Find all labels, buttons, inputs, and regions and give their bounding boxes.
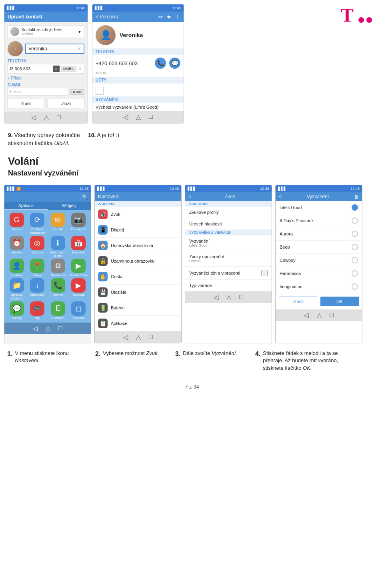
recent-nav-icon[interactable]: □ [57,114,61,121]
app-icon-item[interactable]: G Google [7,213,27,235]
app-icon-item[interactable]: ⟳ Centrum aktualizací [28,213,48,235]
recent-nav-app[interactable]: □ [58,325,62,332]
settings-item[interactable]: ✋ Gesta [95,269,181,285]
clear-name-icon[interactable]: ✕ [77,46,81,52]
app-icon-item[interactable]: ◎ Chrome [28,236,48,258]
recent-nav-zvuk[interactable]: □ [239,293,243,301]
more-icon[interactable]: ⋮ [175,14,180,20]
app-icon-item[interactable]: 📷 Fotoaparát [69,213,89,235]
app-icon-item[interactable]: ⚙ Nastavení [48,259,68,277]
app-icon-item[interactable]: 👤 Kontakty [7,259,27,277]
star-icon[interactable]: ★ [166,14,172,20]
home-nav-app[interactable]: △ [46,325,50,332]
nav-bar-vyz: ◁ △ □ [276,309,362,321]
vyz-ringtone-item[interactable]: Cowboy [276,254,362,267]
search-icon[interactable]: 🔍 [82,194,88,200]
nav-bar-settings: ◁ △ □ [95,331,181,343]
back-nav-icon[interactable]: ◁ [31,114,36,121]
message-icon[interactable]: 💬 [169,58,180,69]
zvuk-hlasitost-item[interactable]: Úroveň hlasitosti [185,218,272,230]
ucty-section: ÚČTY [92,77,184,84]
recent-nav-vyz[interactable]: □ [330,311,334,319]
app-icon-item[interactable]: 📍 Mapy [28,259,48,277]
settings-item[interactable]: 📱 Displej [95,222,181,238]
tab-widgety[interactable]: Widgety [48,202,91,210]
vyz-ringtone-item[interactable]: Harmonica [276,267,362,280]
recent-nav-settings[interactable]: □ [149,333,153,341]
back-nav-settings[interactable]: ◁ [123,333,128,341]
vyz-ringtone-item[interactable]: Imagination [276,280,362,293]
radio-circle[interactable] [352,244,358,250]
vyz-ringtone-item[interactable]: A Day's Pleasure [276,214,362,227]
zvuk-back[interactable]: < [188,194,191,199]
back-nav-vyz[interactable]: ◁ [304,311,309,319]
back-nav-zvuk[interactable]: ◁ [214,293,218,301]
vyz-ringtone-item[interactable]: Beep [276,241,362,254]
home-nav-vyz[interactable]: △ [317,311,322,319]
vyz-delete-icon[interactable]: 🗑 [354,194,359,199]
email-input[interactable]: E-mail [8,88,68,96]
vyz-back[interactable]: < [279,194,282,199]
remove-phone-icon[interactable]: ✕ [78,66,82,72]
settings-item-label: Domovská obrazovka [111,243,153,248]
ton-vibrace-item[interactable]: Vyzváněcí tón s vibracemi [185,267,272,280]
name-input-box[interactable]: Veronika ✕ [25,44,84,54]
radio-circle[interactable] [352,217,358,224]
phone-action-icons: 📞 💬 [155,58,180,69]
settings-item[interactable]: 💾 Úložiště [95,285,181,300]
app-icon-item[interactable]: ⏰ Hodiny [7,236,27,258]
home-nav-settings[interactable]: △ [136,333,141,341]
typ-vibrace-item[interactable]: Typ vibrace [185,280,272,291]
vyz-ringtone-item[interactable]: Aurora [276,227,362,241]
settings-zarizeni-label: ZAŘÍZENÍ [95,201,181,207]
telefon-section: TELEFON [92,48,184,55]
radio-circle[interactable] [352,204,358,211]
app-icon-item[interactable]: 📅 Kalendář [69,236,89,258]
app-icon-item[interactable]: 💬 Zprávy [7,301,27,320]
back-nav-icon-2[interactable]: ◁ [123,113,128,121]
edit-icon[interactable]: ✏ [158,14,163,20]
settings-item[interactable]: 🔊 Zvuk [95,207,181,222]
radio-circle[interactable] [352,257,358,263]
app-icon-item[interactable]: 📁 Správce souborů [7,278,27,301]
home-nav-zvuk[interactable]: △ [226,293,231,301]
app-icon-item[interactable]: ↓ Stahování [28,278,48,301]
app-icon-item[interactable]: ▶ Obchod Play [69,259,89,277]
ton-vibrace-checkbox[interactable] [261,270,268,276]
vyz-ringtone-item[interactable]: Life's Good [276,201,362,214]
back-btn[interactable]: < Veronika [96,14,118,20]
app-icon-item[interactable]: ✉ E-mail [48,213,68,235]
settings-item[interactable]: 📋 Aplikace [95,316,181,331]
app-icon-item[interactable]: E Evernote [48,301,68,320]
app-icon-item[interactable]: 📞 Telefon [48,278,68,301]
veronika-body: 👤 Veronika TELEFON +420 603 603 603 📞 💬 … [92,22,184,111]
status-signal: ▋▋▋ [7,6,15,10]
dialpad-icon[interactable]: ⊞ [53,66,60,72]
recent-nav-icon-2[interactable]: □ [149,113,153,121]
vyz-zrusit-button[interactable]: Zrušit [279,297,317,306]
settings-item-label: Baterie [111,305,125,310]
vyz-ok-button[interactable]: OK [320,297,359,306]
app-icon-item[interactable]: ▶ YouTube [69,278,89,301]
radio-circle[interactable] [352,231,358,237]
upozorneni-item[interactable]: Zvuky upozornění Crystal [185,251,272,267]
call-icon[interactable]: 📞 [155,58,166,69]
home-nav-icon-2[interactable]: △ [136,113,141,121]
ulozit-button[interactable]: Uložit [48,99,84,108]
settings-item[interactable]: 🔋 Baterie [95,300,181,316]
home-nav-icon[interactable]: △ [44,114,49,121]
settings-item[interactable]: 🏠 Domovská obrazovka [95,238,181,253]
zvuk-profily-item[interactable]: Zvukové profily [185,207,272,218]
settings-item[interactable]: 🔒 Uzamknout obrazovku [95,253,181,269]
radio-circle[interactable] [352,270,358,277]
vyzvaneni-item[interactable]: Vyzvánění Life's Good [185,235,272,251]
add-phone-row[interactable]: + Přidat [8,75,84,81]
app-icon-item[interactable]: ℹ Informační služba [48,236,68,258]
back-nav-app[interactable]: ◁ [33,325,38,332]
zrusit-button[interactable]: Zrušit [8,99,44,108]
app-icon-item[interactable]: 🎮 Hry [28,301,48,320]
radio-circle[interactable] [352,283,358,290]
app-icon-item[interactable]: ◻ Dropbox [69,301,89,320]
tab-aplikace[interactable]: Aplikace [4,202,48,210]
settings-status-bar: ▋▋▋ 12:45 [95,185,181,192]
